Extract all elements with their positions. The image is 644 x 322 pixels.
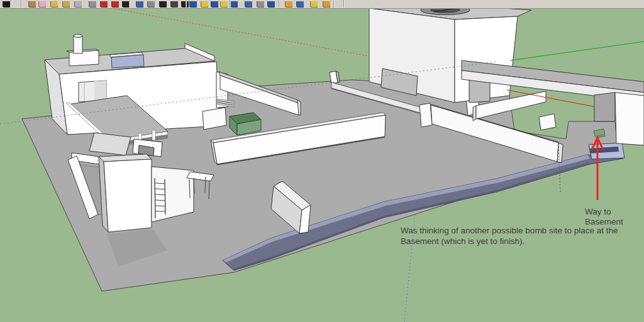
toolbar-separator xyxy=(343,0,345,8)
walk-tool-glyph xyxy=(285,1,292,8)
toolbar-separator xyxy=(279,0,280,8)
circle-tool-icon[interactable] xyxy=(74,1,82,8)
line-tool-glyph xyxy=(28,1,36,8)
rectangle-tool-icon[interactable] xyxy=(62,1,70,8)
rectangle-tool-glyph xyxy=(62,1,70,8)
small-block xyxy=(539,114,556,130)
next-view-tool-icon[interactable] xyxy=(256,1,264,8)
note-text-line1: Was thinking of another possible bomb si… xyxy=(401,226,618,235)
text-tool-glyph xyxy=(323,1,330,8)
toolbar-separator xyxy=(230,0,231,8)
rotate-tool-glyph xyxy=(170,1,178,8)
bridge-support-inner xyxy=(594,92,615,121)
bridge-end-wall xyxy=(615,92,644,145)
zoom-window-tool-glyph xyxy=(220,1,228,8)
big-building xyxy=(369,2,531,103)
way-to-basement-label-line1: Way to xyxy=(585,207,611,216)
rotate-tool-icon[interactable] xyxy=(170,1,178,8)
paint-bucket-tool-glyph xyxy=(50,1,58,8)
push-pull-tool-icon[interactable] xyxy=(135,1,143,8)
freehand-tool-icon[interactable] xyxy=(111,1,119,8)
toolbar-separator xyxy=(333,0,335,8)
follow-me-tool-glyph xyxy=(147,1,155,8)
previous-view-tool-icon[interactable] xyxy=(244,1,252,8)
pan-tool-icon[interactable] xyxy=(200,1,208,8)
section-plane-tool-glyph xyxy=(310,1,318,8)
zoom-extents-tool-glyph xyxy=(230,1,238,8)
roof-skylight xyxy=(109,52,144,68)
toolbar-separator xyxy=(21,0,22,8)
toolbar xyxy=(0,0,644,9)
push-pull-tool-glyph xyxy=(136,1,143,8)
paint-bucket-tool-icon[interactable] xyxy=(50,1,58,8)
move-tool-glyph xyxy=(159,1,167,8)
eraser-tool-glyph xyxy=(38,1,46,8)
sloped-ramp xyxy=(89,133,131,155)
polygon-tool-glyph xyxy=(89,1,96,8)
scale-tool-glyph xyxy=(181,1,189,8)
green-crate xyxy=(230,113,261,135)
freehand-tool-glyph xyxy=(111,1,119,8)
toolbar-separator xyxy=(186,0,187,8)
next-view-tool-glyph xyxy=(257,1,264,8)
polygon-tool-icon[interactable] xyxy=(88,1,96,8)
camera-tool-glyph xyxy=(267,1,275,8)
tall-crate xyxy=(99,154,152,232)
way-to-basement-label-line2: Basement xyxy=(585,217,623,226)
pan-tool-glyph xyxy=(201,1,208,8)
note-text-line2: Basement (which is yet to finish). xyxy=(401,236,525,246)
move-tool-icon[interactable] xyxy=(158,1,167,8)
orbit-tool-icon[interactable] xyxy=(189,1,197,8)
select-tool-glyph xyxy=(3,1,10,8)
walk-tool-icon[interactable] xyxy=(284,1,292,8)
camera-tool-icon[interactable] xyxy=(267,1,275,8)
sketchup-window: Way to Basement Was thinking of another … xyxy=(0,0,644,322)
orbit-tool-glyph xyxy=(189,1,197,8)
text-tool-icon[interactable] xyxy=(322,1,330,8)
look-around-tool-glyph xyxy=(296,1,304,8)
zoom-window-tool-icon[interactable] xyxy=(219,1,228,8)
circle-tool-glyph xyxy=(74,1,82,8)
select-tool-icon[interactable] xyxy=(2,1,10,8)
scale-tool-icon[interactable] xyxy=(180,1,189,8)
arc-tool-glyph xyxy=(100,1,108,8)
arc-tool-icon[interactable] xyxy=(99,1,108,8)
follow-me-tool-icon[interactable] xyxy=(147,1,155,8)
zoom-tool-icon[interactable] xyxy=(210,1,218,8)
ladder-wall xyxy=(152,167,194,222)
eraser-tool-icon[interactable] xyxy=(38,1,46,8)
toolbar-separator xyxy=(129,0,130,8)
line-tool-icon[interactable] xyxy=(28,1,36,8)
section-plane-tool-icon[interactable] xyxy=(309,1,318,8)
awning-post xyxy=(152,130,155,140)
zoom-tool-glyph xyxy=(211,1,218,8)
viewport-canvas[interactable]: Way to Basement Was thinking of another … xyxy=(0,0,644,322)
previous-view-tool-glyph xyxy=(245,1,252,8)
wall-recess xyxy=(79,80,106,102)
look-around-tool-icon[interactable] xyxy=(296,1,304,8)
